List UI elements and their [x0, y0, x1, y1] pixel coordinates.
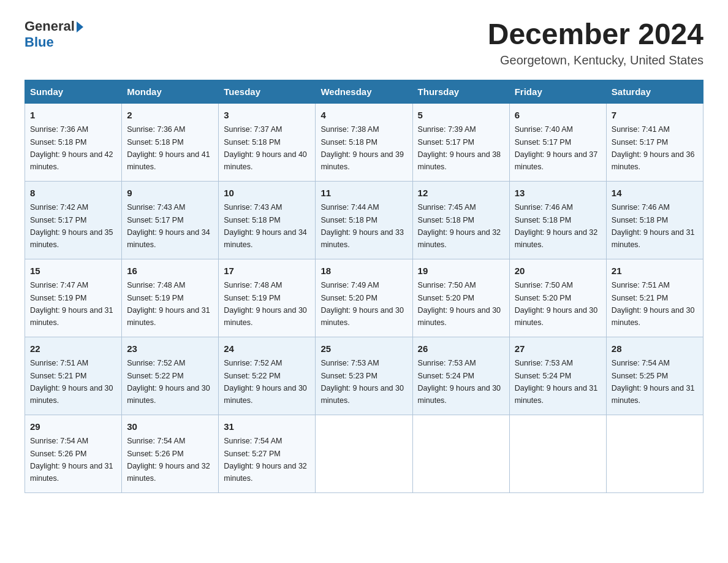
calendar-cell: 1Sunrise: 7:36 AMSunset: 5:18 PMDaylight… — [25, 103, 122, 181]
day-number: 16 — [127, 264, 213, 278]
day-number: 30 — [127, 420, 213, 434]
logo-triangle-icon — [77, 21, 83, 33]
calendar-cell: 30Sunrise: 7:54 AMSunset: 5:26 PMDayligh… — [122, 415, 219, 492]
calendar-cell: 27Sunrise: 7:53 AMSunset: 5:24 PMDayligh… — [509, 337, 606, 415]
day-info: Sunrise: 7:48 AMSunset: 5:19 PMDaylight:… — [127, 281, 210, 327]
day-info: Sunrise: 7:46 AMSunset: 5:18 PMDaylight:… — [612, 203, 695, 249]
day-info: Sunrise: 7:53 AMSunset: 5:23 PMDaylight:… — [320, 359, 404, 405]
day-info: Sunrise: 7:37 AMSunset: 5:18 PMDaylight:… — [224, 125, 307, 171]
calendar-cell: 25Sunrise: 7:53 AMSunset: 5:23 PMDayligh… — [316, 337, 412, 415]
day-number: 7 — [612, 109, 698, 123]
calendar-cell — [412, 415, 509, 492]
day-number: 2 — [127, 109, 213, 123]
day-info: Sunrise: 7:44 AMSunset: 5:18 PMDaylight:… — [320, 203, 404, 249]
calendar-table: SundayMondayTuesdayWednesdayThursdayFrid… — [25, 80, 703, 493]
calendar-cell: 12Sunrise: 7:45 AMSunset: 5:18 PMDayligh… — [412, 181, 509, 259]
day-info: Sunrise: 7:36 AMSunset: 5:18 PMDaylight:… — [127, 125, 210, 171]
day-info: Sunrise: 7:54 AMSunset: 5:25 PMDaylight:… — [612, 359, 695, 405]
calendar-week-row: 8Sunrise: 7:42 AMSunset: 5:17 PMDaylight… — [25, 181, 703, 259]
day-info: Sunrise: 7:50 AMSunset: 5:20 PMDaylight:… — [418, 281, 501, 327]
calendar-cell: 24Sunrise: 7:52 AMSunset: 5:22 PMDayligh… — [219, 337, 316, 415]
day-info: Sunrise: 7:38 AMSunset: 5:18 PMDaylight:… — [320, 125, 404, 171]
day-number: 18 — [320, 264, 407, 278]
location-title: Georgetown, Kentucky, United States — [488, 53, 703, 67]
day-number: 3 — [224, 109, 310, 123]
calendar-cell: 23Sunrise: 7:52 AMSunset: 5:22 PMDayligh… — [122, 337, 219, 415]
calendar-week-row: 1Sunrise: 7:36 AMSunset: 5:18 PMDaylight… — [25, 103, 703, 181]
col-header-thursday: Thursday — [412, 80, 509, 103]
day-number: 26 — [418, 342, 504, 356]
day-info: Sunrise: 7:53 AMSunset: 5:24 PMDaylight:… — [418, 359, 501, 405]
calendar-cell: 29Sunrise: 7:54 AMSunset: 5:26 PMDayligh… — [25, 415, 122, 492]
day-number: 29 — [30, 420, 116, 434]
calendar-cell: 10Sunrise: 7:43 AMSunset: 5:18 PMDayligh… — [219, 181, 316, 259]
day-info: Sunrise: 7:51 AMSunset: 5:21 PMDaylight:… — [30, 359, 113, 405]
day-number: 13 — [515, 186, 601, 201]
day-info: Sunrise: 7:54 AMSunset: 5:26 PMDaylight:… — [127, 437, 210, 483]
calendar-cell: 16Sunrise: 7:48 AMSunset: 5:19 PMDayligh… — [122, 259, 219, 337]
calendar-cell: 31Sunrise: 7:54 AMSunset: 5:27 PMDayligh… — [219, 415, 316, 492]
day-info: Sunrise: 7:52 AMSunset: 5:22 PMDaylight:… — [224, 359, 307, 405]
day-number: 22 — [30, 342, 116, 356]
day-info: Sunrise: 7:45 AMSunset: 5:18 PMDaylight:… — [418, 203, 501, 249]
month-title: December 2024 — [488, 18, 703, 51]
day-number: 6 — [515, 109, 601, 123]
calendar-cell: 20Sunrise: 7:50 AMSunset: 5:20 PMDayligh… — [509, 259, 606, 337]
day-info: Sunrise: 7:43 AMSunset: 5:17 PMDaylight:… — [127, 203, 210, 249]
day-number: 15 — [30, 264, 116, 278]
calendar-cell: 6Sunrise: 7:40 AMSunset: 5:17 PMDaylight… — [509, 103, 606, 181]
day-info: Sunrise: 7:43 AMSunset: 5:18 PMDaylight:… — [224, 203, 307, 249]
calendar-cell: 26Sunrise: 7:53 AMSunset: 5:24 PMDayligh… — [412, 337, 509, 415]
day-info: Sunrise: 7:54 AMSunset: 5:26 PMDaylight:… — [30, 437, 113, 483]
day-number: 4 — [320, 109, 407, 123]
day-number: 12 — [418, 186, 504, 201]
calendar-week-row: 29Sunrise: 7:54 AMSunset: 5:26 PMDayligh… — [25, 415, 703, 492]
calendar-cell — [606, 415, 703, 492]
calendar-cell: 7Sunrise: 7:41 AMSunset: 5:17 PMDaylight… — [606, 103, 703, 181]
col-header-saturday: Saturday — [606, 80, 703, 103]
day-info: Sunrise: 7:53 AMSunset: 5:24 PMDaylight:… — [515, 359, 598, 405]
calendar-cell: 21Sunrise: 7:51 AMSunset: 5:21 PMDayligh… — [606, 259, 703, 337]
page-header: General Blue December 2024 Georgetown, K… — [25, 18, 703, 67]
day-info: Sunrise: 7:54 AMSunset: 5:27 PMDaylight:… — [224, 437, 307, 483]
calendar-cell: 4Sunrise: 7:38 AMSunset: 5:18 PMDaylight… — [316, 103, 412, 181]
day-number: 25 — [320, 342, 407, 356]
day-info: Sunrise: 7:40 AMSunset: 5:17 PMDaylight:… — [515, 125, 598, 171]
day-info: Sunrise: 7:51 AMSunset: 5:21 PMDaylight:… — [612, 281, 695, 327]
calendar-cell: 15Sunrise: 7:47 AMSunset: 5:19 PMDayligh… — [25, 259, 122, 337]
calendar-header-row: SundayMondayTuesdayWednesdayThursdayFrid… — [25, 80, 703, 103]
day-number: 14 — [612, 186, 698, 201]
day-number: 1 — [30, 109, 116, 123]
logo-text-blue: Blue — [25, 34, 54, 50]
col-header-monday: Monday — [122, 80, 219, 103]
calendar-cell: 18Sunrise: 7:49 AMSunset: 5:20 PMDayligh… — [316, 259, 412, 337]
day-info: Sunrise: 7:46 AMSunset: 5:18 PMDaylight:… — [515, 203, 598, 249]
day-number: 27 — [515, 342, 601, 356]
col-header-sunday: Sunday — [25, 80, 122, 103]
day-info: Sunrise: 7:47 AMSunset: 5:19 PMDaylight:… — [30, 281, 113, 327]
calendar-cell: 5Sunrise: 7:39 AMSunset: 5:17 PMDaylight… — [412, 103, 509, 181]
day-number: 24 — [224, 342, 310, 356]
calendar-cell: 19Sunrise: 7:50 AMSunset: 5:20 PMDayligh… — [412, 259, 509, 337]
day-number: 5 — [418, 109, 504, 123]
calendar-cell — [509, 415, 606, 492]
day-info: Sunrise: 7:41 AMSunset: 5:17 PMDaylight:… — [612, 125, 695, 171]
calendar-cell: 28Sunrise: 7:54 AMSunset: 5:25 PMDayligh… — [606, 337, 703, 415]
col-header-wednesday: Wednesday — [316, 80, 412, 103]
calendar-cell: 14Sunrise: 7:46 AMSunset: 5:18 PMDayligh… — [606, 181, 703, 259]
calendar-cell: 3Sunrise: 7:37 AMSunset: 5:18 PMDaylight… — [219, 103, 316, 181]
calendar-cell — [316, 415, 412, 492]
day-info: Sunrise: 7:36 AMSunset: 5:18 PMDaylight:… — [30, 125, 113, 171]
day-number: 23 — [127, 342, 213, 356]
logo-text-general: General — [25, 18, 75, 34]
day-number: 20 — [515, 264, 601, 278]
calendar-cell: 17Sunrise: 7:48 AMSunset: 5:19 PMDayligh… — [219, 259, 316, 337]
calendar-cell: 11Sunrise: 7:44 AMSunset: 5:18 PMDayligh… — [316, 181, 412, 259]
day-number: 28 — [612, 342, 698, 356]
calendar-week-row: 15Sunrise: 7:47 AMSunset: 5:19 PMDayligh… — [25, 259, 703, 337]
day-number: 9 — [127, 186, 213, 201]
calendar-cell: 22Sunrise: 7:51 AMSunset: 5:21 PMDayligh… — [25, 337, 122, 415]
calendar-week-row: 22Sunrise: 7:51 AMSunset: 5:21 PMDayligh… — [25, 337, 703, 415]
logo: General Blue — [25, 18, 83, 50]
day-info: Sunrise: 7:42 AMSunset: 5:17 PMDaylight:… — [30, 203, 113, 249]
